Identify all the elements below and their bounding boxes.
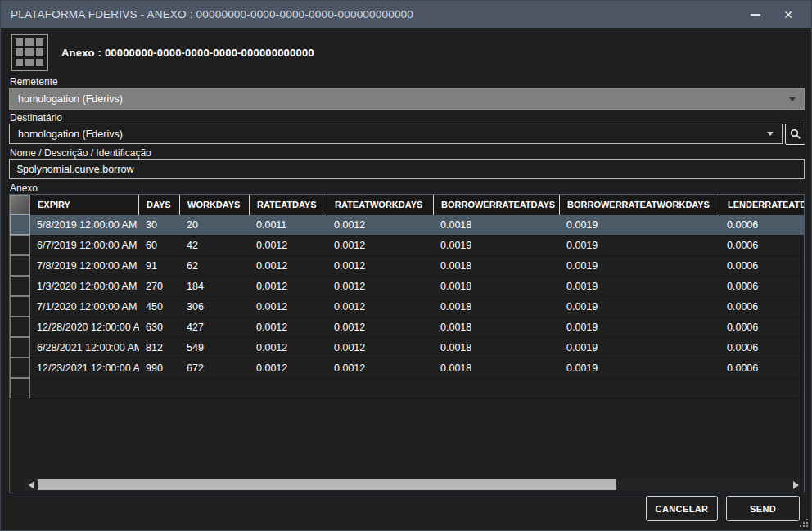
cell[interactable]: 0.0012 bbox=[327, 256, 434, 276]
cell[interactable]: 12/23/2021 12:00:00 AM bbox=[30, 358, 139, 378]
column-header-expiry[interactable]: EXPIRY bbox=[30, 195, 139, 215]
cell[interactable]: 0.0012 bbox=[250, 256, 327, 276]
cell[interactable]: 0.0019 bbox=[560, 215, 720, 235]
cell[interactable]: 0.0012 bbox=[250, 236, 327, 255]
resize-grip[interactable] bbox=[806, 525, 808, 527]
cell[interactable]: 0.0012 bbox=[327, 358, 434, 378]
cell[interactable]: 6/7/2019 12:00:00 AM bbox=[30, 236, 139, 255]
cell[interactable]: 630 bbox=[139, 317, 180, 337]
cell[interactable]: 0.0019 bbox=[560, 338, 720, 358]
cell[interactable]: 0.0019 bbox=[434, 236, 560, 255]
column-header-lenderrateatdays[interactable]: LENDERRATEATDAYS bbox=[720, 195, 805, 215]
cell[interactable]: 812 bbox=[139, 338, 180, 358]
table-row[interactable]: 7/8/2019 12:00:00 AM91620.00120.00120.00… bbox=[10, 256, 804, 277]
cell[interactable]: 0.0006 bbox=[720, 256, 805, 276]
cell[interactable]: 990 bbox=[139, 358, 180, 378]
cell[interactable]: 0.0012 bbox=[250, 317, 327, 337]
cell[interactable]: 0.0006 bbox=[720, 215, 805, 235]
cell[interactable]: 0.0012 bbox=[327, 277, 434, 296]
nome-input[interactable] bbox=[9, 159, 805, 179]
cell[interactable]: 5/8/2019 12:00:00 AM bbox=[30, 215, 139, 235]
cell[interactable]: 1/3/2020 12:00:00 AM bbox=[30, 277, 139, 296]
cell[interactable]: 0.0018 bbox=[434, 317, 560, 337]
column-header-rateatdays[interactable]: RATEATDAYS bbox=[250, 195, 327, 215]
cell[interactable]: 427 bbox=[180, 317, 250, 337]
cell[interactable]: 62 bbox=[180, 256, 250, 276]
cell[interactable]: 20 bbox=[180, 215, 250, 235]
table-row[interactable]: 12/23/2021 12:00:00 AM9906720.00120.0012… bbox=[10, 358, 804, 379]
titlebar[interactable]: PLATAFORMA FDERIVS - ANEXO : 00000000-00… bbox=[1, 1, 811, 28]
send-button[interactable]: SEND bbox=[726, 496, 800, 521]
table-row[interactable]: 7/1/2020 12:00:00 AM4503060.00120.00120.… bbox=[10, 297, 804, 317]
horizontal-scrollbar[interactable] bbox=[25, 479, 802, 491]
cell[interactable]: 6/28/2021 12:00:00 AM bbox=[30, 338, 139, 358]
table-row[interactable]: 6/7/2019 12:00:00 AM60420.00120.00120.00… bbox=[10, 236, 804, 256]
cell[interactable]: 0.0012 bbox=[327, 338, 434, 358]
cell[interactable]: 184 bbox=[180, 277, 250, 296]
column-header-days[interactable]: DAYS bbox=[139, 195, 180, 215]
scroll-right-button[interactable] bbox=[789, 479, 802, 491]
cell[interactable]: 0.0019 bbox=[560, 358, 720, 378]
cell[interactable]: 672 bbox=[180, 358, 250, 378]
cell[interactable]: 0.0011 bbox=[250, 215, 327, 235]
cell[interactable]: 0.0006 bbox=[720, 297, 805, 317]
cancel-button[interactable]: CANCELAR bbox=[646, 496, 718, 521]
cell[interactable]: 30 bbox=[139, 215, 180, 235]
column-header-rateatworkdays[interactable]: RATEATWORKDAYS bbox=[327, 195, 434, 215]
scroll-left-button[interactable] bbox=[25, 479, 38, 491]
cell[interactable]: 0.0018 bbox=[434, 256, 560, 276]
cell[interactable]: 0.0012 bbox=[250, 297, 327, 317]
cell[interactable]: 0.0012 bbox=[250, 277, 327, 296]
cell[interactable]: 0.0012 bbox=[250, 338, 327, 358]
cell[interactable]: 0.0006 bbox=[720, 358, 805, 378]
cell[interactable]: 60 bbox=[139, 236, 180, 255]
row-header[interactable] bbox=[10, 276, 30, 296]
cell[interactable]: 0.0012 bbox=[250, 358, 327, 378]
cell[interactable]: 0.0012 bbox=[327, 215, 434, 235]
cell[interactable]: 7/8/2019 12:00:00 AM bbox=[30, 256, 139, 276]
close-button[interactable]: ✕ bbox=[772, 1, 805, 28]
cell[interactable]: 0.0018 bbox=[434, 358, 560, 378]
row-header[interactable] bbox=[10, 255, 30, 276]
row-header[interactable] bbox=[10, 296, 30, 317]
row-header[interactable] bbox=[10, 337, 30, 358]
cell[interactable]: 0.0019 bbox=[560, 256, 720, 276]
row-header[interactable] bbox=[10, 214, 30, 235]
cell[interactable]: 0.0019 bbox=[560, 317, 720, 337]
column-header-borrowerrateatdays[interactable]: BORROWERRATEATDAYS bbox=[434, 195, 560, 215]
select-all-corner[interactable] bbox=[10, 195, 30, 215]
cell[interactable]: 0.0006 bbox=[720, 277, 805, 296]
cell[interactable]: 0.0012 bbox=[327, 236, 434, 255]
cell[interactable]: 450 bbox=[139, 297, 180, 317]
cell[interactable]: 0.0006 bbox=[720, 338, 805, 358]
cell[interactable]: 0.0006 bbox=[720, 317, 805, 337]
column-header-workdays[interactable]: WORKDAYS bbox=[180, 195, 250, 215]
table-row[interactable]: 12/28/2020 12:00:00 AM6304270.00120.0012… bbox=[10, 317, 804, 338]
search-button[interactable] bbox=[785, 124, 805, 145]
cell[interactable]: 0.0012 bbox=[327, 297, 434, 317]
cell[interactable]: 549 bbox=[180, 338, 250, 358]
minimize-button[interactable] bbox=[739, 1, 772, 28]
cell[interactable]: 0.0019 bbox=[560, 297, 720, 317]
row-header[interactable] bbox=[10, 235, 30, 255]
cell[interactable]: 12/28/2020 12:00:00 AM bbox=[30, 317, 139, 337]
cell[interactable]: 270 bbox=[139, 277, 180, 296]
cell[interactable]: 42 bbox=[180, 236, 250, 255]
scrollbar-track[interactable] bbox=[38, 479, 789, 491]
table-row[interactable]: 6/28/2021 12:00:00 AM8125490.00120.00120… bbox=[10, 338, 804, 358]
cell[interactable]: 0.0018 bbox=[434, 297, 560, 317]
table-row[interactable]: 1/3/2020 12:00:00 AM2701840.00120.00120.… bbox=[10, 277, 804, 297]
cell[interactable]: 0.0019 bbox=[560, 277, 720, 296]
scrollbar-thumb[interactable] bbox=[38, 479, 616, 490]
cell[interactable]: 7/1/2020 12:00:00 AM bbox=[30, 297, 139, 317]
table-row[interactable]: 5/8/2019 12:00:00 AM30200.00110.00120.00… bbox=[10, 215, 804, 236]
cell[interactable]: 91 bbox=[139, 256, 180, 276]
cell[interactable]: 0.0018 bbox=[434, 338, 560, 358]
new-row-placeholder[interactable] bbox=[10, 379, 804, 399]
row-header[interactable] bbox=[10, 378, 30, 398]
remetente-dropdown[interactable]: homologation (Fderivs) bbox=[9, 88, 805, 110]
row-header[interactable] bbox=[10, 358, 30, 378]
row-header[interactable] bbox=[10, 317, 30, 337]
destinatario-dropdown[interactable]: homologation (Fderivs) bbox=[9, 124, 783, 144]
cell[interactable]: 0.0006 bbox=[720, 236, 805, 255]
